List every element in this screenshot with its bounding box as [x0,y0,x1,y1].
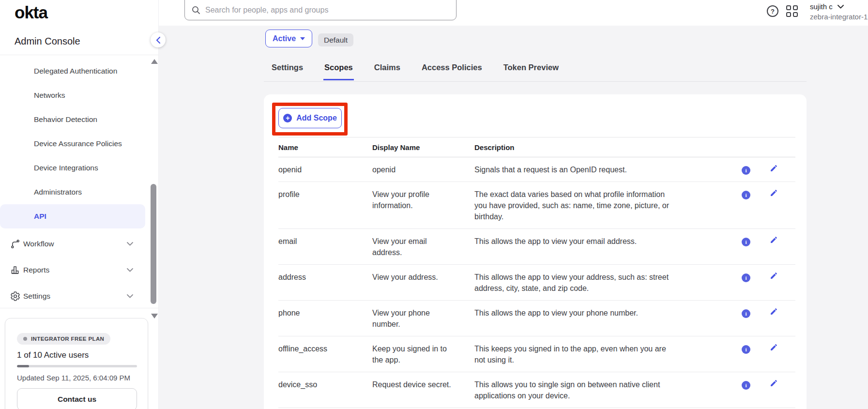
status-dropdown[interactable]: Active [265,30,312,47]
sidebar-item-delegated-authentication[interactable]: Delegated Authentication [0,59,145,83]
info-icon[interactable]: i [742,345,750,354]
scopes-panel: + Add Scope Name Display Name Descriptio… [264,94,807,409]
info-icon[interactable]: i [742,191,750,199]
tab-claims[interactable]: Claims [373,63,401,80]
sidebar-item-administrators[interactable]: Administrators [0,180,145,204]
edit-pencil-icon[interactable] [770,272,778,280]
tab-scopes[interactable]: Scopes [323,63,354,80]
scope-name: profile [278,182,372,229]
info-icon[interactable]: i [742,238,750,246]
scopes-table: Name Display Name Description openid ope… [278,137,795,408]
apps-grid-icon [786,5,798,17]
sidebar-item-workflow[interactable]: Workflow [0,231,145,257]
plan-dot-icon [23,337,27,341]
scope-display-name: View your phone number. [372,307,457,330]
column-header-name: Name [278,137,372,157]
scope-name: address [278,265,372,301]
scope-display-name: View your profile information. [372,189,457,211]
info-icon[interactable]: i [742,381,750,390]
table-row: profile View your profile information. T… [278,182,795,229]
scrollbar-thumb[interactable] [151,184,156,304]
scope-name: phone [278,301,372,336]
edit-pencil-icon[interactable] [770,236,778,244]
scope-name: device_sso [278,372,372,408]
okta-admin-console: ? sujith c zebra-integrator-12 okta Admi… [0,0,868,409]
gear-icon [10,291,20,302]
user-menu[interactable]: sujith c zebra-integrator-12 [810,2,868,21]
auth-server-tabs: Settings Scopes Claims Access Policies T… [271,63,560,80]
edit-pencil-icon[interactable] [770,343,778,351]
table-row: email View your email address. This allo… [278,229,795,265]
scope-description: This allows the app to view your email a… [474,236,674,247]
workflow-icon [10,239,20,249]
plus-circle-icon: + [283,114,292,122]
plan-card: INTEGRATOR FREE PLAN 1 of 10 Active user… [5,318,148,409]
usage-progress-bar [17,365,137,367]
user-name: sujith c [810,2,833,11]
tab-token-preview[interactable]: Token Preview [503,63,560,80]
help-button[interactable]: ? [765,3,780,19]
sidebar-item-api[interactable]: API [0,204,145,228]
reports-icon [10,265,20,275]
okta-logo: okta [15,3,47,22]
scope-description: Signals that a request is an OpenID requ… [474,164,674,175]
question-mark-icon: ? [767,5,778,17]
sidebar-item-device-assurance-policies[interactable]: Device Assurance Policies [0,132,145,156]
search-input[interactable] [205,6,449,15]
tab-settings[interactable]: Settings [271,63,304,80]
chevron-down-icon [838,5,844,9]
edit-pencil-icon[interactable] [770,164,778,172]
info-icon[interactable]: i [742,309,750,318]
info-icon[interactable]: i [742,273,750,282]
chevron-down-icon [127,242,133,246]
scope-description: The exact data varies based on what prof… [474,189,674,222]
tab-access-policies[interactable]: Access Policies [421,63,483,80]
tabs-divider [264,81,807,82]
edit-pencil-icon[interactable] [770,189,778,197]
scope-display-name: View your address. [372,272,457,283]
org-name: zebra-integrator-12 [810,13,868,21]
edit-pencil-icon[interactable] [770,379,778,387]
sidebar-item-device-integrations[interactable]: Device Integrations [0,156,145,180]
sidebar-item-networks[interactable]: Networks [0,83,145,107]
table-row: address View your address. This allows t… [278,265,795,301]
scope-description: This allows you to single sign on betwee… [474,379,674,401]
chevron-down-icon [127,294,133,298]
usage-progress-fill [17,365,29,367]
scope-description: This allows the app to view your phone n… [474,307,674,318]
scope-name: openid [278,157,372,182]
scroll-up-arrow[interactable] [151,59,158,64]
column-header-display-name: Display Name [372,137,474,157]
plan-badge: INTEGRATOR FREE PLAN [17,333,110,345]
sidebar-item-settings[interactable]: Settings [0,284,145,309]
edit-pencil-icon[interactable] [770,307,778,316]
sidebar-item-reports[interactable]: Reports [0,258,145,283]
sidebar-divider-top [0,55,159,55]
add-scope-button[interactable]: + Add Scope [278,108,342,128]
scope-display-name: Keep you signed in to the app. [372,343,457,365]
default-badge: Default [318,33,353,46]
scope-name: offline_access [278,336,372,372]
scope-name: email [278,229,372,265]
search-icon [192,6,200,15]
column-header-description: Description [474,137,731,157]
scroll-down-arrow[interactable] [151,314,158,318]
sidebar-item-behavior-detection[interactable]: Behavior Detection [0,107,145,132]
scope-description: This allows the app to view your address… [474,272,674,294]
table-row: device_sso Request device secret. This a… [278,372,795,408]
sidebar-collapse-button[interactable] [151,32,166,47]
usage-updated-timestamp: Updated Sep 11, 2025, 6:04:09 PM [17,374,130,382]
sidebar: okta Admin Console Delegated Authenticat… [0,0,159,409]
caret-down-icon [300,37,305,40]
info-icon[interactable]: i [742,166,750,175]
scope-description: This keeps you signed in to the app, eve… [474,343,674,365]
sidebar-divider-bottom [0,308,159,308]
my-apps-button[interactable] [784,3,800,19]
table-row: phone View your phone number. This allow… [278,301,795,336]
table-header-row: Name Display Name Description [278,137,795,157]
global-search[interactable] [184,0,457,20]
topbar: ? sujith c zebra-integrator-12 [159,0,868,26]
scope-display-name: openid [372,164,457,175]
contact-us-button[interactable]: Contact us [17,388,137,409]
chevron-down-icon [127,268,133,272]
